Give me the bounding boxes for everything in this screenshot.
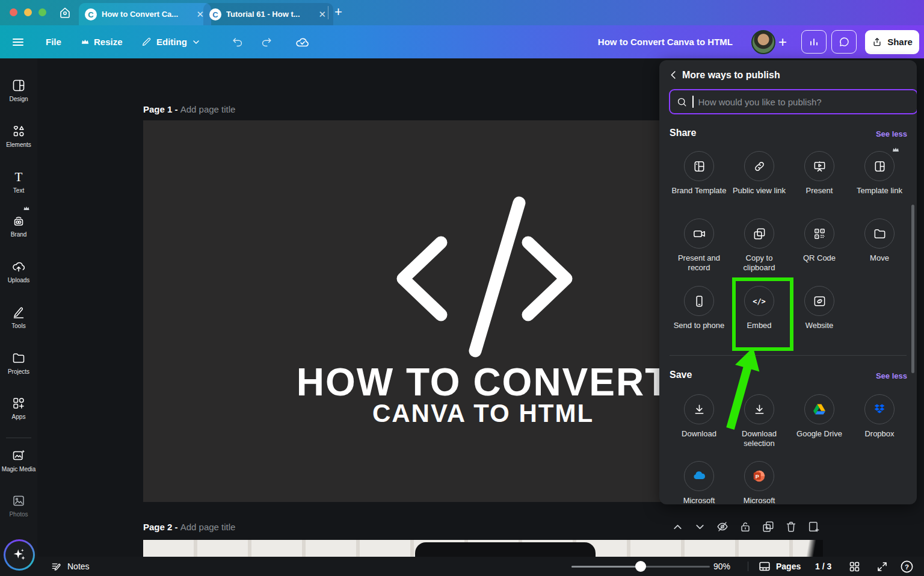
publish-option-website[interactable]: Website — [789, 286, 849, 330]
statusbar-divider — [748, 562, 748, 571]
publish-option-template-link[interactable]: Template link — [849, 151, 910, 196]
zoom-slider[interactable] — [571, 557, 710, 576]
sidebar-item-tools[interactable]: Tools — [0, 305, 37, 329]
browser-tab-active[interactable]: C How to Convert Ca... ✕ — [79, 3, 211, 25]
sidebar-item-uploads[interactable]: Uploads — [0, 259, 37, 283]
page2-header[interactable]: Page 2 - Add page title — [143, 522, 235, 532]
publish-option-qr-code[interactable]: QR Code — [789, 218, 849, 273]
page2-slide[interactable] — [143, 540, 823, 557]
sidebar-item-elements[interactable]: Elements — [0, 124, 37, 148]
window-zoom-button[interactable] — [38, 8, 46, 16]
sidebar-item-photos[interactable]: Photos — [0, 494, 37, 518]
publish-option-send-to-phone[interactable]: Send to phone — [669, 286, 729, 330]
expand-icon — [876, 560, 889, 573]
notes-label: Notes — [67, 562, 90, 571]
resize-button[interactable]: Resize — [81, 25, 123, 58]
publish-search-input[interactable]: How would you like to publish? — [669, 89, 917, 114]
notes-button[interactable]: Notes — [51, 557, 90, 576]
pages-view-button[interactable]: Pages — [758, 557, 801, 576]
svg-text:T: T — [15, 170, 23, 184]
search-icon — [676, 96, 688, 108]
share-see-less-link[interactable]: See less — [876, 129, 907, 138]
page-controls — [671, 520, 821, 533]
publish-option-move[interactable]: Move — [849, 218, 910, 273]
option-label: Copy to clipboard — [731, 253, 787, 273]
publish-option-present[interactable]: Present — [789, 151, 849, 196]
sidebar-item-design[interactable]: Design — [0, 78, 37, 102]
file-menu-button[interactable]: File — [46, 25, 61, 58]
tab-close-icon[interactable]: ✕ — [317, 9, 327, 20]
new-tab-button[interactable]: + — [334, 4, 342, 20]
svg-text:?: ? — [905, 563, 909, 570]
save-status-button[interactable] — [295, 25, 310, 58]
back-chevron-icon[interactable] — [668, 69, 679, 81]
fullscreen-button[interactable] — [876, 557, 889, 576]
home-icon — [58, 5, 72, 20]
zoom-slider-knob[interactable] — [635, 561, 646, 572]
duplicate-page-icon[interactable] — [762, 520, 775, 533]
unlock-icon[interactable] — [739, 520, 752, 533]
save-option-microsoft-powerpoint[interactable]: P Microsoft PowerPoint — [729, 461, 789, 504]
delete-page-icon[interactable] — [784, 520, 798, 533]
sidebar-item-apps[interactable]: Apps — [0, 396, 37, 420]
phone-icon — [692, 294, 706, 308]
save-see-less-link[interactable]: See less — [876, 371, 907, 380]
brand-icon — [11, 214, 26, 228]
main-menu-button[interactable] — [11, 25, 25, 58]
share-button[interactable]: Share — [865, 25, 919, 58]
svg-text:C: C — [88, 10, 94, 19]
comments-button[interactable] — [831, 25, 857, 58]
invite-members-button[interactable]: + — [778, 25, 787, 58]
page1-label: Page 1 - — [143, 104, 178, 114]
svg-text:P: P — [756, 474, 759, 480]
save-option-google-drive[interactable]: Google Drive — [789, 394, 849, 449]
account-avatar[interactable] — [751, 25, 775, 58]
dropbox-icon — [872, 402, 887, 417]
crown-icon — [23, 205, 30, 211]
option-label: Brand Template — [672, 186, 727, 196]
chevron-down-icon — [191, 37, 201, 47]
publish-option-public-view-link[interactable]: Public view link — [729, 151, 789, 196]
magic-media-icon — [11, 448, 26, 463]
sidebar-item-projects[interactable]: Projects — [0, 351, 37, 375]
home-button[interactable] — [58, 5, 72, 20]
option-circle — [684, 218, 714, 249]
move-page-down-icon[interactable] — [694, 521, 706, 533]
help-button[interactable]: ? — [900, 557, 914, 576]
insights-button[interactable] — [801, 25, 827, 58]
sidebar-item-magic-media[interactable]: Magic Media — [0, 448, 37, 472]
publish-option-brand-template[interactable]: Brand Template — [669, 151, 729, 196]
sidebar-label: Brand — [11, 231, 27, 238]
canva-assistant-button[interactable] — [4, 539, 35, 571]
document-title[interactable]: How to Convert Canva to HTML — [598, 25, 733, 58]
sidebar-item-brand[interactable]: Brand — [0, 214, 37, 238]
grid-view-button[interactable] — [848, 557, 861, 576]
page1-title-placeholder[interactable]: Add page title — [180, 104, 236, 114]
elements-icon — [11, 124, 26, 138]
window-close-button[interactable] — [10, 8, 17, 16]
panel-scrollbar[interactable] — [911, 205, 914, 373]
move-page-up-icon[interactable] — [671, 521, 684, 533]
undo-button[interactable] — [231, 25, 244, 58]
add-page-icon[interactable] — [807, 520, 821, 533]
page2-title-placeholder[interactable]: Add page title — [180, 522, 236, 532]
object-panel-sidebar: Design Elements T Text — [0, 58, 37, 576]
page1-header[interactable]: Page 1 - Add page title — [143, 104, 235, 114]
save-option-dropbox[interactable]: Dropbox — [849, 394, 910, 449]
website-icon — [813, 294, 827, 308]
publish-option-present-and-record[interactable]: Present and record — [669, 218, 729, 273]
avatar — [751, 30, 775, 54]
folder-icon — [11, 351, 26, 365]
sidebar-item-text[interactable]: T Text — [0, 170, 37, 194]
publish-option-copy-to-clipboard[interactable]: Copy to clipboard — [729, 218, 789, 273]
template-link-icon — [873, 159, 887, 173]
hide-page-icon[interactable] — [716, 520, 729, 533]
apps-icon — [11, 396, 26, 410]
save-option-microsoft-onedrive[interactable]: Microsoft OneDrive — [669, 461, 729, 504]
browser-tab-inactive[interactable]: C Tutorial 61 - How t... ✕ — [203, 3, 333, 25]
editing-mode-dropdown[interactable]: Editing — [141, 25, 201, 58]
option-circle — [804, 286, 834, 316]
redo-button[interactable] — [260, 25, 273, 58]
zoom-level[interactable]: 90% — [713, 557, 730, 576]
window-minimize-button[interactable] — [24, 8, 32, 16]
